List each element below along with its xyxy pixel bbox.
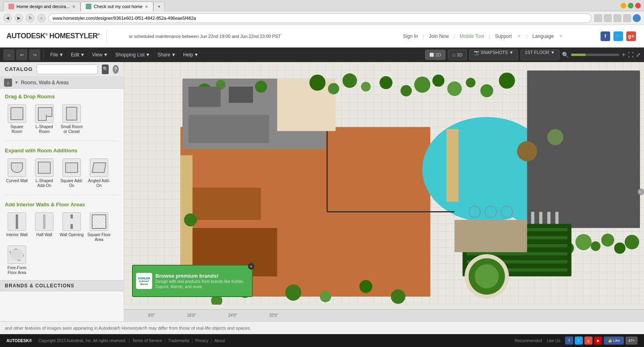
canvas-area[interactable]: × KOHLERDUPONTMarvin Browse premium bran… [124,62,644,321]
interior-grid: Interior Wall Half Wall Wall Opening [5,212,119,245]
back-btn[interactable]: ◀ [3,14,12,23]
half-wall-icon [35,212,54,231]
footer-like-us: Like Us [547,339,560,343]
view-menu[interactable]: View ▼ [89,50,111,59]
footer-google-icon[interactable]: g [584,337,592,345]
l-shaped-add-label: L-Shaped Add-On [32,179,56,188]
help-button[interactable]: ? [113,65,119,74]
zoom-bar[interactable] [571,54,619,56]
tab-active[interactable]: Check out my cool home ✕ [80,2,153,11]
tab-home[interactable]: Home design and decora... ✕ [3,2,80,11]
angled-add-item[interactable]: Angled Add-On [87,158,111,188]
tab-close-home[interactable]: ✕ [72,4,75,9]
snapshots-btn[interactable]: 📷 SNAPSHOTS ▼ [469,50,518,60]
address-bar[interactable] [48,13,592,23]
square-room-item[interactable]: Square Room [5,104,29,134]
curved-wall-item[interactable]: Curved Wall [5,158,29,188]
footer-terms-link[interactable]: Terms of Service [132,339,162,343]
svg-point-8 [255,81,267,93]
l-shaped-room-icon [35,104,54,123]
edit-menu[interactable]: Edit ▼ [68,50,88,59]
refresh-btn[interactable]: ↻ [26,14,35,23]
wall-opening-item[interactable]: Wall Opening [60,212,84,242]
share-menu[interactable]: Share ▼ [154,50,179,59]
footer-share-count: 47+ [625,337,638,345]
angled-add-icon [90,158,108,177]
tab-label-active: Check out my cool home [94,4,142,9]
help-menu[interactable]: Help ▼ [180,50,202,59]
footer-trademarks-link[interactable]: Trademarks [168,339,189,343]
browser-icon-3[interactable] [613,14,621,22]
minimize-btn[interactable] [621,3,626,8]
footer-privacy-link[interactable]: Privacy [195,339,208,343]
breadcrumb-arrow: ▼ [14,80,19,85]
square-add-item[interactable]: Square Add-On [60,158,84,188]
support-link[interactable]: Support [495,33,512,39]
floor-area-item[interactable]: Square Floor Area [87,212,111,242]
browser-icon-4[interactable] [623,14,631,22]
language-link[interactable]: Language [533,33,554,39]
l-shaped-add-item[interactable]: L-Shaped Add-On [32,158,56,188]
maximize-btn[interactable] [628,3,634,8]
close-btn[interactable] [635,3,641,8]
footer-like-btn[interactable]: 👍 Like [604,337,624,345]
footer-copyright: Copyright 2013 Autodesk, Inc. All rights… [38,339,126,343]
sign-in-link[interactable]: Sign In [403,33,418,39]
toolbar-home-icon[interactable]: ⌂ [3,49,14,60]
interior-wall-item[interactable]: Interior Wall [5,212,29,242]
svg-point-58 [517,141,537,161]
join-now-link[interactable]: Join Now [429,33,449,39]
scroll-handle[interactable] [638,189,644,195]
tab-close-active[interactable]: ✕ [145,4,148,9]
browser-icon-2[interactable] [604,14,612,22]
half-wall-item[interactable]: Half Wall [32,212,56,242]
small-room-item[interactable]: Small Room or Closet [60,104,84,134]
google-plus-icon[interactable]: g+ [626,31,636,41]
search-button[interactable]: 🔍 [102,64,109,74]
ad-description: Design with real products from brands li… [155,279,249,289]
catalog-search-input[interactable] [37,64,98,74]
view-2d-btn[interactable]: ⬜ 2D [425,50,446,60]
ad-close-btn[interactable]: × [248,263,254,270]
svg-point-54 [285,285,301,301]
expand-btn[interactable]: ⤢ [636,52,641,58]
breadcrumb-home-icon[interactable]: ⌂ [4,79,12,87]
toolbar-undo-icon[interactable]: ↩ [16,49,27,60]
home-nav-btn[interactable]: ⌂ [37,14,46,23]
wall-opening-label: Wall Opening [60,233,84,237]
footer-youtube-icon[interactable]: ▶ [594,337,602,345]
zoom-out-icon[interactable]: 🔍 [562,52,569,58]
browser-icon-5[interactable] [633,14,641,22]
svg-point-28 [625,235,639,249]
footer-about-link[interactable]: About [214,339,225,343]
freeform-label: Free-Form Floor Area [5,266,29,275]
forward-btn[interactable]: ▶ [14,14,23,23]
fullscreen-btn[interactable]: ⛶ [628,52,634,58]
additions-grid: Curved Wall L-Shaped Add-On Square Add-O… [5,158,119,191]
file-menu[interactable]: File ▼ [47,50,67,59]
svg-point-20 [499,73,515,89]
l-shaped-room-item[interactable]: L-Shaped Room [32,104,56,134]
svg-rect-40 [188,87,221,107]
view-3d-btn[interactable]: ◻ 3D [448,50,467,60]
mobile-tool-link[interactable]: Mobile Tool [460,33,484,39]
l-add-shape [38,162,51,174]
additions-section: Expand with Room Additions Curved Wall L… [0,143,124,193]
freeform-item[interactable]: Free-Form Floor Area [5,245,29,275]
floor-btn[interactable]: 1ST FLOOR ▼ [520,50,559,60]
svg-point-27 [614,243,625,254]
shopping-list-menu[interactable]: Shopping List ▼ [112,50,154,59]
header-social: f 🐦 g+ [601,31,636,41]
toolbar-redo-icon[interactable]: ↪ [29,49,40,60]
zoom-in-icon[interactable]: + [622,51,625,58]
brands-header[interactable]: BRANDS & COLLECTIONS [0,280,124,291]
toolbar-right: ⬜ 2D ◻ 3D 📷 SNAPSHOTS ▼ 1ST FLOOR ▼ 🔍 + … [425,50,641,60]
l-shaped-add-icon [35,158,54,177]
footer-facebook-icon[interactable]: f [565,337,573,345]
new-tab-btn[interactable]: + [153,2,165,11]
interior-section: Add Interior Walls & Floor Areas Interio… [0,197,124,280]
twitter-icon[interactable]: 🐦 [613,31,623,41]
browser-icon-1[interactable] [594,14,602,22]
footer-twitter-icon[interactable]: t [575,337,583,345]
facebook-icon[interactable]: f [601,31,610,41]
